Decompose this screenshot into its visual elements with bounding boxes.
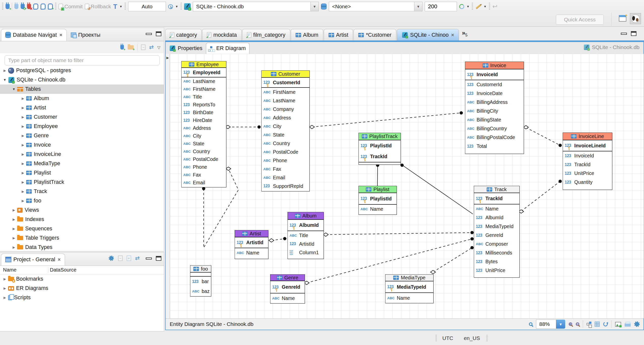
tree-chevron-icon[interactable]: ▶ bbox=[20, 124, 26, 128]
connection-dropdown-button[interactable]: ▼ bbox=[310, 2, 318, 11]
back-button[interactable]: ↩ bbox=[492, 4, 497, 10]
column-City[interactable]: ABCCity bbox=[262, 122, 309, 131]
editor-tab-Artist[interactable]: Artist bbox=[324, 29, 353, 41]
tree-item-Employee[interactable]: ▶Employee bbox=[0, 122, 164, 131]
print-icon[interactable] bbox=[625, 323, 631, 327]
column-CustomerId[interactable]: 123CustomerId bbox=[465, 80, 524, 89]
column-Bytes[interactable]: 123Bytes bbox=[474, 257, 519, 266]
save-as-image-icon[interactable] bbox=[615, 322, 621, 327]
column-Phone[interactable]: ABCPhone bbox=[182, 163, 226, 171]
tree-item-Customer[interactable]: ▶Customer bbox=[0, 112, 164, 122]
tree-item-Artist[interactable]: ▶Artist bbox=[0, 103, 164, 112]
column-PostalCode[interactable]: ABCPostalCode bbox=[182, 155, 226, 163]
tree-chevron-icon[interactable]: ▶ bbox=[2, 69, 8, 72]
new-folder-icon[interactable]: + bbox=[128, 45, 134, 50]
entity-Track[interactable]: Track123TrackIdABCName123AlbumId123Media… bbox=[474, 186, 520, 278]
tab-er-diagram[interactable]: ER Diagram bbox=[206, 43, 249, 54]
column-UnitPrice[interactable]: 123UnitPrice bbox=[563, 169, 612, 178]
column-UnitPrice[interactable]: 123UnitPrice bbox=[474, 266, 519, 275]
column-Name[interactable]: ABCName bbox=[474, 204, 519, 213]
project-item-ER-Diagrams[interactable]: ▶ER Diagrams bbox=[0, 284, 164, 293]
tree-chevron-icon[interactable]: ▶ bbox=[20, 134, 26, 138]
column-Country[interactable]: ABCCountry bbox=[262, 139, 309, 148]
column-Name[interactable]: ABCName bbox=[359, 205, 397, 213]
pk-column-TrackId[interactable]: 123TrackId bbox=[359, 151, 401, 162]
column-AlbumId[interactable]: 123AlbumId bbox=[474, 213, 519, 222]
pk-column-CustomerId[interactable]: 123CustomerId bbox=[262, 78, 309, 87]
column-BillingCountry[interactable]: ABCBillingCountry bbox=[465, 124, 524, 133]
palette-toggle[interactable]: ▶ bbox=[166, 54, 170, 318]
column-MediaTypeId[interactable]: 123MediaTypeId bbox=[474, 222, 519, 231]
column-FirstName[interactable]: ABCFirstName bbox=[262, 88, 309, 96]
column-ArtistId[interactable]: 123ArtistId bbox=[288, 240, 324, 248]
tree-item-InvoiceLine[interactable]: ▶InvoiceLine bbox=[0, 150, 164, 159]
column-City[interactable]: ABCCity bbox=[182, 132, 226, 140]
column-Title[interactable]: ABCTitle bbox=[288, 231, 324, 240]
fetch-size-input[interactable] bbox=[425, 2, 457, 11]
tree-chevron-icon[interactable]: ▶ bbox=[20, 152, 26, 156]
editor-tab-category[interactable]: category bbox=[165, 29, 202, 41]
column-TrackId[interactable]: 123TrackId bbox=[563, 160, 612, 169]
entity-MediaType[interactable]: MediaType123MediaTypeIdABCName bbox=[385, 274, 434, 303]
entity-Playlist[interactable]: Playlist123PlaylistIdABCName bbox=[359, 186, 397, 215]
column-header-name[interactable]: Name bbox=[0, 267, 48, 273]
zoom-out-icon[interactable]: − bbox=[576, 322, 579, 326]
collapse-all-icon[interactable]: − bbox=[141, 45, 146, 50]
arrange-diagram-icon[interactable] bbox=[587, 323, 589, 325]
tab-database-navigator[interactable]: Database Navigat × bbox=[1, 29, 67, 41]
column-Name[interactable]: ABCName bbox=[385, 293, 433, 303]
column-bar[interactable]: 123bar bbox=[190, 277, 211, 286]
tree-item-Views[interactable]: ▶Views bbox=[0, 205, 164, 215]
minimize-icon[interactable] bbox=[146, 33, 152, 35]
column-Country[interactable]: ABCCountry bbox=[182, 148, 226, 155]
pk-column-TrackId[interactable]: 123TrackId bbox=[474, 193, 519, 204]
column-LastName[interactable]: ABCLastName bbox=[262, 96, 309, 105]
tree-chevron-icon[interactable]: ▶ bbox=[2, 286, 8, 290]
tree-item-Table-Triggers[interactable]: ▶Table Triggers bbox=[0, 233, 164, 243]
editor-tab-Album[interactable]: Album bbox=[291, 29, 323, 41]
column-Total[interactable]: 123Total bbox=[465, 142, 524, 151]
search-icon[interactable] bbox=[529, 322, 532, 326]
pk-column-InvoiceLineId[interactable]: 123InvoiceLineId bbox=[563, 140, 612, 151]
column-Email[interactable]: ABCEmail bbox=[262, 173, 309, 182]
connect-button[interactable] bbox=[14, 4, 18, 9]
link-with-editor-icon[interactable]: ⇄ bbox=[149, 45, 154, 50]
tree-chevron-icon[interactable]: ▶ bbox=[2, 296, 8, 299]
column-Milliseconds[interactable]: 123Milliseconds bbox=[474, 248, 519, 257]
tab-properties[interactable]: Properties bbox=[166, 43, 206, 54]
object-filter-input[interactable] bbox=[5, 55, 160, 65]
diagram-canvas[interactable]: Employee123EmployeeIdABCLastNameABCFirst… bbox=[170, 54, 644, 318]
tree-chevron-icon[interactable]: ▶ bbox=[20, 106, 26, 110]
column-Company[interactable]: ABCCompany bbox=[262, 105, 309, 113]
project-item-Scripts[interactable]: ▶Scripts bbox=[0, 293, 164, 302]
tree-item-Genre[interactable]: ▶Genre bbox=[0, 131, 164, 140]
reconnect-button[interactable]: ⟳ bbox=[21, 4, 25, 9]
tree-chevron-icon[interactable]: ▶ bbox=[20, 171, 26, 175]
rollback-button[interactable]: ↺ Rollback bbox=[85, 4, 111, 10]
tree-item-SQLite-Chinook-db[interactable]: ▼SQLite - Chinook.db bbox=[0, 75, 164, 84]
close-icon[interactable]: × bbox=[58, 257, 61, 263]
close-icon[interactable]: × bbox=[451, 32, 454, 38]
link-with-editor-icon[interactable]: ⇄ bbox=[135, 255, 140, 261]
entity-Employee[interactable]: Employee123EmployeeIdABCLastNameABCFirst… bbox=[181, 61, 226, 187]
minimize-icon[interactable] bbox=[146, 257, 152, 260]
pk-column-GenreId[interactable]: 123GenreId bbox=[270, 281, 305, 293]
entity-Artist[interactable]: Artist123ArtistIdABCName bbox=[235, 230, 268, 259]
column-FirstName[interactable]: ABCFirstName bbox=[182, 85, 226, 93]
view-menu-icon[interactable]: ▽ bbox=[157, 45, 160, 50]
tree-chevron-icon[interactable]: ▶ bbox=[20, 190, 26, 193]
maximize-icon[interactable] bbox=[156, 256, 161, 261]
tree-item-foo[interactable]: ▶foo bbox=[0, 196, 164, 205]
tree-chevron-icon[interactable]: ▶ bbox=[11, 227, 17, 231]
new-connection-button[interactable]: + bbox=[6, 4, 10, 9]
column-Composer[interactable]: ABCComposer bbox=[474, 240, 519, 248]
entity-Genre[interactable]: Genre123GenreIdABCName bbox=[270, 274, 305, 304]
column-Name[interactable]: ABCName bbox=[270, 293, 305, 303]
pk-column-PlaylistId[interactable]: 123PlaylistId bbox=[359, 193, 397, 204]
tree-item-PostgreSQL-postgres[interactable]: ▶PostgreSQL - postgres bbox=[0, 66, 164, 75]
tree-chevron-icon[interactable]: ▶ bbox=[20, 97, 26, 100]
refresh-data-button[interactable]: ▼ bbox=[459, 4, 470, 9]
perspective-icon[interactable] bbox=[619, 15, 626, 22]
pk-column-AlbumId[interactable]: 123AlbumId bbox=[288, 220, 324, 231]
entity-Customer[interactable]: Customer123CustomerIdABCFirstNameABCLast… bbox=[261, 70, 310, 191]
